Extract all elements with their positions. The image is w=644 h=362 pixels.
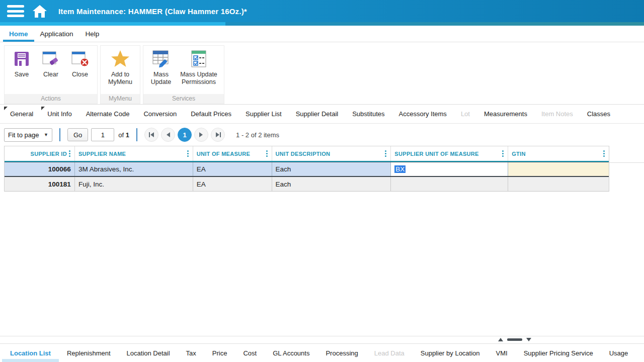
next-page-icon — [199, 132, 203, 137]
current-page-button[interactable]: 1 — [178, 128, 192, 142]
chevron-down-icon: ▼ — [44, 132, 48, 137]
pager-bar: Fit to page ▼ Go of 1 1 — [0, 124, 644, 146]
bottom-tab-location-detail[interactable]: Location Detail — [119, 344, 178, 362]
progress-strip-filled — [0, 22, 225, 26]
ribbon-group-label-mymenu: MyMenu — [101, 94, 140, 104]
tab-unit-info[interactable]: Unit Info — [40, 105, 78, 123]
cell-supplier-id[interactable]: 100066 — [5, 162, 75, 176]
cell-unit-of-measure[interactable]: EA — [193, 162, 272, 176]
go-button[interactable]: Go — [67, 128, 88, 141]
bottom-tab-lead-data: Lead Data — [366, 344, 413, 362]
selected-text: BX — [394, 165, 406, 173]
cell-supplier-id[interactable]: 100181 — [5, 177, 75, 191]
cell-unit-description[interactable]: Each — [272, 162, 391, 176]
bottom-tab-processing[interactable]: Processing — [317, 344, 366, 362]
bottom-tabs: Location List Replenishment Location Det… — [0, 344, 644, 362]
menubar: Home Application Help — [0, 26, 644, 42]
progress-strip — [0, 22, 644, 26]
tab-supplier-list[interactable]: Supplier List — [238, 105, 289, 123]
tab-alternate-code[interactable]: Alternate Code — [79, 105, 137, 123]
tab-substitutes[interactable]: Substitutes — [345, 105, 391, 123]
tab-default-prices[interactable]: Default Prices — [184, 105, 238, 123]
cell-supplier-name[interactable]: 3M Abrasives, Inc. — [75, 162, 193, 176]
next-page-button[interactable] — [194, 128, 208, 142]
col-header-supplier-unit-of-measure[interactable]: SUPPLIER UNIT OF MEASURE — [391, 146, 508, 161]
bottom-tab-cost[interactable]: Cost — [235, 344, 265, 362]
hamburger-menu-icon[interactable] — [7, 5, 24, 17]
cell-unit-of-measure[interactable]: EA — [193, 177, 272, 191]
page-number-input[interactable] — [91, 128, 114, 141]
menu-item-help[interactable]: Help — [79, 28, 106, 42]
save-label: Save — [15, 71, 29, 78]
col-header-gtin[interactable]: GTIN — [508, 146, 609, 161]
bottom-tab-vmi[interactable]: VMI — [488, 344, 516, 362]
bottom-tab-supplier-by-location[interactable]: Supplier by Location — [413, 344, 488, 362]
close-icon — [70, 49, 90, 69]
col-header-supplier-id[interactable]: SUPPLIER ID — [5, 146, 75, 161]
bottom-tab-usage[interactable]: Usage — [601, 344, 636, 362]
page-title: Item Maintenance: HAMMER (Claw Hammer 16… — [58, 7, 247, 16]
pager-divider-2 — [136, 128, 137, 141]
bottom-tab-replenishment[interactable]: Replenishment — [59, 344, 119, 362]
tab-supplier-detail[interactable]: Supplier Detail — [289, 105, 346, 123]
cell-supplier-name[interactable]: Fuji, Inc. — [75, 177, 193, 191]
cell-supplier-unit-of-measure-editing[interactable]: BX — [391, 162, 508, 176]
collapse-down-icon[interactable] — [526, 338, 531, 341]
add-to-mymenu-label: Add to MyMenu — [105, 71, 136, 86]
bottom-tab-price[interactable]: Price — [204, 344, 235, 362]
add-to-mymenu-button[interactable]: Add to MyMenu — [104, 48, 137, 87]
home-button[interactable] — [32, 5, 47, 18]
cell-supplier-unit-of-measure[interactable] — [391, 177, 508, 191]
cell-unit-description[interactable]: Each — [272, 177, 391, 191]
tab-lot: Lot — [454, 105, 477, 123]
zoom-fit-dropdown[interactable]: Fit to page ▼ — [4, 128, 52, 142]
splitter-strip — [0, 336, 644, 344]
first-page-button[interactable] — [144, 128, 158, 142]
ribbon-group-mymenu: Add to MyMenu MyMenu — [100, 45, 140, 104]
col-header-unit-description[interactable]: UNIT DESCRIPTION — [272, 146, 391, 161]
tab-item-notes: Item Notes — [534, 105, 580, 123]
clear-button[interactable]: Clear — [37, 48, 65, 79]
menu-item-home[interactable]: Home — [3, 28, 34, 42]
bottom-tab-tax[interactable]: Tax — [178, 344, 204, 362]
mass-update-permissions-label: Mass Update Permissions — [178, 71, 220, 86]
items-count: 1 - 2 of 2 items — [236, 131, 279, 139]
close-label: Close — [72, 71, 88, 78]
col-header-unit-of-measure[interactable]: UNIT OF MEASURE — [193, 146, 272, 161]
table-row-selected[interactable]: 100066 3M Abrasives, Inc. EA Each BX — [5, 162, 609, 177]
bottom-bar: Location List Replenishment Location Det… — [0, 336, 644, 362]
tab-measurements[interactable]: Measurements — [477, 105, 534, 123]
splitter-grip[interactable] — [507, 338, 522, 341]
bottom-tab-location-list[interactable]: Location List — [2, 344, 59, 362]
bottom-tab-supplier-pricing-service[interactable]: Supplier Pricing Service — [516, 344, 601, 362]
menu-item-application[interactable]: Application — [34, 28, 79, 42]
close-button[interactable]: Close — [66, 48, 94, 79]
col-header-supplier-name[interactable]: SUPPLIER NAME — [75, 146, 193, 161]
column-menu-icon[interactable] — [185, 149, 191, 158]
home-icon — [32, 5, 47, 18]
column-menu-icon[interactable] — [383, 149, 388, 158]
tab-accessory-items[interactable]: Accessory Items — [392, 105, 454, 123]
cell-gtin[interactable] — [508, 177, 609, 191]
tab-general[interactable]: General — [3, 105, 40, 123]
save-button[interactable]: Save — [8, 48, 36, 79]
column-menu-icon[interactable] — [264, 149, 270, 158]
tab-classes[interactable]: Classes — [580, 105, 617, 123]
ribbon-group-label-services: Services — [143, 94, 224, 104]
last-page-button[interactable] — [211, 128, 225, 142]
ribbon-group-services: Mass Update Mass Update Permission — [143, 45, 224, 104]
column-menu-icon[interactable] — [67, 149, 72, 158]
table-row[interactable]: 100181 Fuji, Inc. EA Each — [5, 177, 609, 192]
cell-gtin[interactable] — [508, 162, 609, 176]
mass-update-permissions-button[interactable]: Mass Update Permissions — [177, 48, 221, 87]
tab-conversion[interactable]: Conversion — [136, 105, 184, 123]
star-icon — [110, 49, 130, 69]
column-menu-icon[interactable] — [601, 149, 607, 158]
column-menu-icon[interactable] — [500, 149, 506, 158]
prev-page-button[interactable] — [161, 128, 175, 142]
save-icon — [12, 49, 32, 69]
expand-up-icon[interactable] — [498, 338, 503, 341]
mass-update-button[interactable]: Mass Update — [146, 48, 176, 87]
bottom-tab-gl-accounts[interactable]: GL Accounts — [265, 344, 317, 362]
page-of-label: of 1 — [118, 131, 129, 139]
